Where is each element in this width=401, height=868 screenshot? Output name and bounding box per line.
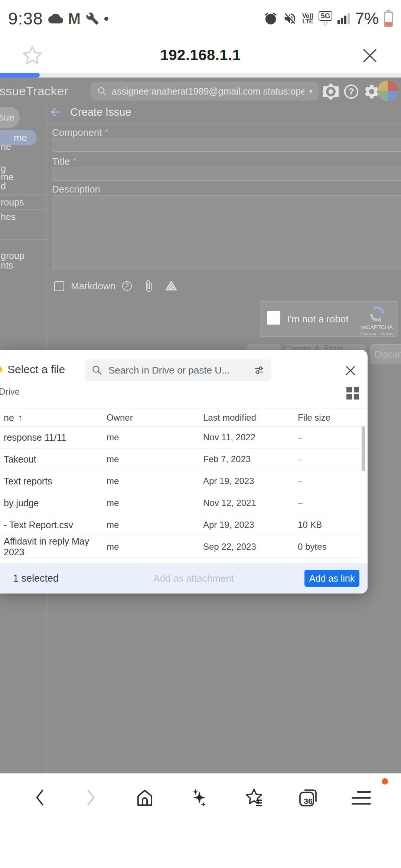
nav-back-icon[interactable]: [30, 787, 49, 808]
page-load-progress-track: [0, 73, 401, 78]
wrench-icon: [86, 12, 99, 25]
alarm-icon: [264, 11, 278, 26]
markdown-checkbox[interactable]: [54, 281, 64, 291]
cloud-icon: [48, 13, 63, 24]
url-field[interactable]: 192.168.1.1: [0, 47, 401, 63]
status-bar: 9:38 M Vo)) LTE 5G ↓↑ 7%: [0, 0, 401, 37]
issue-search-input[interactable]: [112, 86, 304, 97]
page-title: Create Issue: [70, 106, 131, 118]
file-modified: Sep 22, 2023: [203, 542, 298, 552]
volte-icon: Vo)) LTE: [302, 13, 313, 24]
table-header: ne ↑ Owner Last modified File size: [0, 409, 362, 427]
tab-drive[interactable]: Drive: [0, 387, 20, 397]
file-table: response 11/11 me Nov 11, 2022 – Takeout…: [0, 427, 362, 558]
scrollbar[interactable]: [362, 427, 365, 471]
description-label: Description: [52, 184, 100, 195]
grid-view-icon[interactable]: [346, 387, 359, 400]
sort-arrow-icon[interactable]: ↑: [18, 412, 23, 424]
drive-attach-icon[interactable]: [164, 279, 179, 293]
column-name[interactable]: ne ↑: [0, 412, 107, 424]
battery-percent: 7%: [355, 9, 379, 28]
page-load-progress-fill: [0, 73, 40, 78]
ai-sparkles-icon[interactable]: [189, 787, 210, 808]
file-modified: Apr 19, 2023: [203, 520, 298, 530]
close-dialog-icon[interactable]: [344, 364, 357, 377]
column-modified[interactable]: Last modified: [203, 412, 298, 423]
column-size[interactable]: File size: [298, 412, 362, 423]
table-row[interactable]: Takeout me Feb 7, 2023 –: [0, 448, 362, 470]
divider: [49, 123, 401, 124]
add-as-link-button[interactable]: Add as link: [304, 570, 359, 587]
home-icon[interactable]: [134, 787, 156, 808]
sidebar-item[interactable]: hes: [1, 211, 16, 222]
avatar[interactable]: [377, 80, 398, 101]
column-owner[interactable]: Owner: [107, 412, 203, 423]
selected-count: 1 selected: [13, 573, 59, 584]
component-label: Component *: [52, 127, 108, 138]
sidebar-item[interactable]: roups: [1, 197, 24, 208]
title-input[interactable]: [52, 167, 401, 181]
file-name: Affidavit in reply May 2023: [0, 536, 107, 558]
sidebar-item[interactable]: nts: [1, 260, 13, 271]
divider: [0, 408, 368, 408]
recaptcha-brand: reCAPTCHA Privacy - Terms: [360, 324, 394, 337]
file-name: - Text Report.csv: [0, 520, 107, 530]
signal-icon: [338, 13, 350, 24]
browser-url-bar: 192.168.1.1: [0, 37, 401, 73]
menu-icon[interactable]: [352, 791, 371, 805]
recaptcha-widget: I'm not a robot reCAPTCHA Privacy - Term…: [260, 301, 398, 337]
tabs-icon[interactable]: 36: [298, 788, 318, 808]
divider: [0, 194, 46, 195]
file-owner: me: [107, 432, 203, 443]
drive-search-box[interactable]: [85, 359, 271, 381]
table-row[interactable]: Affidavit in reply May 2023 me Sep 22, 2…: [0, 536, 362, 558]
sidebar-create-issue-button[interactable]: sue: [0, 107, 20, 128]
help-icon[interactable]: ?: [343, 83, 359, 100]
recaptcha-checkbox[interactable]: [267, 311, 280, 325]
file-owner: me: [107, 520, 203, 530]
table-row[interactable]: Text reports me Apr 19, 2023 –: [0, 470, 362, 492]
gmail-icon: M: [68, 10, 81, 27]
bookmark-star-icon[interactable]: [21, 45, 44, 67]
close-tab-icon[interactable]: [361, 47, 379, 65]
select-file-dialog: Select a file Drive ne ↑ Owner Last modi…: [0, 350, 368, 594]
sidebar-item[interactable]: d: [1, 181, 6, 191]
chevron-down-icon[interactable]: ▾: [309, 87, 313, 96]
file-modified: Nov 11, 2022: [203, 432, 298, 443]
file-name: by judge: [0, 498, 107, 509]
brightness-icon[interactable]: [322, 82, 340, 101]
file-size: 0 bytes: [298, 542, 362, 552]
table-row[interactable]: response 11/11 me Nov 11, 2022 –: [0, 427, 362, 448]
file-modified: Nov 12, 2021: [203, 498, 298, 508]
table-row[interactable]: - Text Report.csv me Apr 19, 2023 10 KB: [0, 514, 362, 536]
drive-search-input[interactable]: [108, 365, 248, 376]
add-as-attachment-button[interactable]: Add as attachment: [153, 573, 234, 584]
sidebar-item[interactable]: ne: [1, 141, 11, 152]
divider: [0, 239, 46, 240]
recaptcha-privacy-terms[interactable]: Privacy - Terms: [360, 331, 393, 336]
description-textarea[interactable]: [52, 195, 401, 270]
app-title: ssueTracker: [0, 84, 68, 98]
markdown-label: Markdown: [71, 280, 115, 292]
bookmarks-icon[interactable]: [243, 787, 265, 808]
discard-button[interactable]: Discard: [370, 344, 401, 364]
required-asterisk: *: [72, 156, 76, 167]
file-owner: me: [107, 454, 203, 464]
file-size: –: [298, 454, 362, 464]
back-arrow-icon[interactable]: [49, 106, 62, 118]
attach-file-icon[interactable]: [142, 279, 155, 293]
5g-icon: 5G ↓↑: [319, 11, 332, 26]
file-owner: me: [107, 498, 203, 508]
file-owner: me: [107, 476, 203, 486]
issue-search-box[interactable]: ▾: [91, 82, 319, 101]
markdown-help-icon[interactable]: ?: [122, 281, 132, 291]
table-row[interactable]: by judge me Nov 12, 2021 –: [0, 492, 362, 514]
file-size: –: [298, 432, 362, 443]
search-filter-icon[interactable]: [254, 365, 265, 376]
browser-toolbar: 36: [0, 773, 401, 822]
required-asterisk: *: [105, 127, 108, 138]
sidebar-item[interactable]: group: [1, 250, 25, 261]
component-input[interactable]: [52, 138, 401, 152]
divider: [0, 209, 46, 210]
battery-icon: [384, 11, 393, 27]
